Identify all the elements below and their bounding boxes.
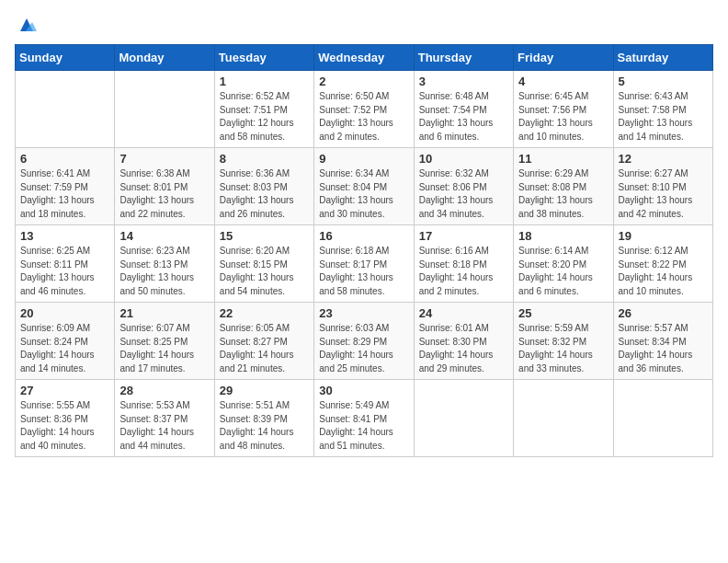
- calendar-cell: 18Sunrise: 6:14 AM Sunset: 8:20 PM Dayli…: [514, 225, 613, 303]
- day-number: 16: [319, 229, 408, 243]
- day-info: Sunrise: 6:50 AM Sunset: 7:52 PM Dayligh…: [319, 90, 408, 144]
- calendar-cell: 25Sunrise: 5:59 AM Sunset: 8:32 PM Dayli…: [514, 303, 613, 380]
- weekday-tuesday: Tuesday: [214, 45, 313, 71]
- day-info: Sunrise: 6:36 AM Sunset: 8:03 PM Dayligh…: [220, 167, 309, 221]
- day-info: Sunrise: 6:41 AM Sunset: 7:59 PM Dayligh…: [20, 167, 109, 221]
- day-info: Sunrise: 5:49 AM Sunset: 8:41 PM Dayligh…: [319, 399, 408, 453]
- day-number: 13: [20, 229, 109, 243]
- day-number: 15: [220, 229, 309, 243]
- logo: [15, 15, 37, 35]
- day-info: Sunrise: 6:18 AM Sunset: 8:17 PM Dayligh…: [319, 245, 408, 298]
- day-number: 3: [419, 75, 508, 88]
- day-info: Sunrise: 6:20 AM Sunset: 8:15 PM Dayligh…: [220, 245, 309, 298]
- day-info: Sunrise: 6:14 AM Sunset: 8:20 PM Dayligh…: [518, 245, 608, 298]
- week-row-1: 6Sunrise: 6:41 AM Sunset: 7:59 PM Daylig…: [16, 148, 713, 225]
- day-number: 19: [619, 229, 708, 243]
- day-info: Sunrise: 6:25 AM Sunset: 8:11 PM Dayligh…: [20, 245, 109, 298]
- weekday-sunday: Sunday: [16, 45, 115, 71]
- week-row-3: 20Sunrise: 6:09 AM Sunset: 8:24 PM Dayli…: [16, 303, 713, 380]
- calendar-cell: 22Sunrise: 6:05 AM Sunset: 8:27 PM Dayli…: [214, 303, 313, 380]
- calendar-cell: 14Sunrise: 6:23 AM Sunset: 8:13 PM Dayli…: [115, 225, 214, 303]
- calendar-cell: 29Sunrise: 5:51 AM Sunset: 8:39 PM Dayli…: [214, 380, 313, 457]
- day-number: 23: [319, 306, 408, 320]
- day-info: Sunrise: 5:51 AM Sunset: 8:39 PM Dayligh…: [220, 399, 309, 453]
- day-number: 6: [20, 152, 109, 166]
- day-info: Sunrise: 5:57 AM Sunset: 8:34 PM Dayligh…: [619, 322, 708, 375]
- day-info: Sunrise: 6:27 AM Sunset: 8:10 PM Dayligh…: [619, 167, 708, 221]
- calendar-cell: 20Sunrise: 6:09 AM Sunset: 8:24 PM Dayli…: [16, 303, 115, 380]
- day-number: 10: [419, 152, 508, 166]
- day-info: Sunrise: 6:48 AM Sunset: 7:54 PM Dayligh…: [419, 90, 508, 144]
- day-info: Sunrise: 6:45 AM Sunset: 7:56 PM Dayligh…: [518, 90, 608, 144]
- calendar-cell: 13Sunrise: 6:25 AM Sunset: 8:11 PM Dayli…: [16, 225, 115, 303]
- calendar-cell: 27Sunrise: 5:55 AM Sunset: 8:36 PM Dayli…: [16, 380, 115, 457]
- calendar-cell: 19Sunrise: 6:12 AM Sunset: 8:22 PM Dayli…: [613, 225, 712, 303]
- weekday-friday: Friday: [514, 45, 613, 71]
- day-number: 11: [518, 152, 608, 166]
- day-number: 20: [20, 306, 109, 320]
- day-info: Sunrise: 6:52 AM Sunset: 7:51 PM Dayligh…: [220, 90, 309, 144]
- day-info: Sunrise: 6:34 AM Sunset: 8:04 PM Dayligh…: [319, 167, 408, 221]
- day-number: 9: [319, 152, 408, 166]
- day-info: Sunrise: 6:07 AM Sunset: 8:25 PM Dayligh…: [119, 322, 209, 375]
- calendar-cell: [613, 380, 712, 457]
- calendar-cell: [115, 71, 214, 148]
- weekday-wednesday: Wednesday: [314, 45, 414, 71]
- day-number: 28: [119, 384, 209, 397]
- week-row-0: 1Sunrise: 6:52 AM Sunset: 7:51 PM Daylig…: [16, 71, 713, 148]
- weekday-header-row: SundayMondayTuesdayWednesdayThursdayFrid…: [16, 45, 713, 71]
- calendar-cell: 9Sunrise: 6:34 AM Sunset: 8:04 PM Daylig…: [314, 148, 414, 225]
- calendar-cell: 26Sunrise: 5:57 AM Sunset: 8:34 PM Dayli…: [613, 303, 712, 380]
- day-number: 24: [419, 306, 508, 320]
- calendar-cell: 23Sunrise: 6:03 AM Sunset: 8:29 PM Dayli…: [314, 303, 414, 380]
- weekday-saturday: Saturday: [613, 45, 712, 71]
- day-number: 2: [319, 75, 408, 88]
- calendar-cell: 7Sunrise: 6:38 AM Sunset: 8:01 PM Daylig…: [115, 148, 214, 225]
- week-row-2: 13Sunrise: 6:25 AM Sunset: 8:11 PM Dayli…: [16, 225, 713, 303]
- day-number: 22: [220, 306, 309, 320]
- calendar-cell: 17Sunrise: 6:16 AM Sunset: 8:18 PM Dayli…: [414, 225, 513, 303]
- calendar-cell: 11Sunrise: 6:29 AM Sunset: 8:08 PM Dayli…: [514, 148, 613, 225]
- calendar-cell: 4Sunrise: 6:45 AM Sunset: 7:56 PM Daylig…: [514, 71, 613, 148]
- day-number: 12: [619, 152, 708, 166]
- day-number: 8: [220, 152, 309, 166]
- calendar-cell: 12Sunrise: 6:27 AM Sunset: 8:10 PM Dayli…: [613, 148, 712, 225]
- calendar-cell: 21Sunrise: 6:07 AM Sunset: 8:25 PM Dayli…: [115, 303, 214, 380]
- day-info: Sunrise: 6:09 AM Sunset: 8:24 PM Dayligh…: [20, 322, 109, 375]
- day-number: 29: [220, 384, 309, 397]
- day-number: 21: [119, 306, 209, 320]
- calendar-cell: 28Sunrise: 5:53 AM Sunset: 8:37 PM Dayli…: [115, 380, 214, 457]
- calendar-cell: 15Sunrise: 6:20 AM Sunset: 8:15 PM Dayli…: [214, 225, 313, 303]
- day-info: Sunrise: 6:29 AM Sunset: 8:08 PM Dayligh…: [518, 167, 608, 221]
- day-info: Sunrise: 5:53 AM Sunset: 8:37 PM Dayligh…: [119, 399, 209, 453]
- day-info: Sunrise: 5:59 AM Sunset: 8:32 PM Dayligh…: [518, 322, 608, 375]
- calendar-cell: 30Sunrise: 5:49 AM Sunset: 8:41 PM Dayli…: [314, 380, 414, 457]
- calendar-cell: 6Sunrise: 6:41 AM Sunset: 7:59 PM Daylig…: [16, 148, 115, 225]
- day-info: Sunrise: 6:43 AM Sunset: 7:58 PM Dayligh…: [619, 90, 708, 144]
- calendar-cell: [414, 380, 513, 457]
- day-info: Sunrise: 6:32 AM Sunset: 8:06 PM Dayligh…: [419, 167, 508, 221]
- weekday-thursday: Thursday: [414, 45, 513, 71]
- day-info: Sunrise: 5:55 AM Sunset: 8:36 PM Dayligh…: [20, 399, 109, 453]
- day-info: Sunrise: 6:23 AM Sunset: 8:13 PM Dayligh…: [119, 245, 209, 298]
- day-info: Sunrise: 6:16 AM Sunset: 8:18 PM Dayligh…: [419, 245, 508, 298]
- calendar-cell: 1Sunrise: 6:52 AM Sunset: 7:51 PM Daylig…: [214, 71, 313, 148]
- calendar-table: SundayMondayTuesdayWednesdayThursdayFrid…: [15, 44, 713, 457]
- header: [15, 15, 713, 35]
- day-number: 27: [20, 384, 109, 397]
- day-number: 5: [619, 75, 708, 88]
- calendar-cell: [514, 380, 613, 457]
- day-info: Sunrise: 6:05 AM Sunset: 8:27 PM Dayligh…: [220, 322, 309, 375]
- logo-icon: [17, 15, 37, 35]
- calendar-cell: [16, 71, 115, 148]
- day-number: 4: [518, 75, 608, 88]
- day-number: 26: [619, 306, 708, 320]
- calendar-cell: 16Sunrise: 6:18 AM Sunset: 8:17 PM Dayli…: [314, 225, 414, 303]
- day-number: 7: [119, 152, 209, 166]
- calendar-cell: 2Sunrise: 6:50 AM Sunset: 7:52 PM Daylig…: [314, 71, 414, 148]
- calendar-cell: 5Sunrise: 6:43 AM Sunset: 7:58 PM Daylig…: [613, 71, 712, 148]
- day-number: 18: [518, 229, 608, 243]
- day-info: Sunrise: 6:03 AM Sunset: 8:29 PM Dayligh…: [319, 322, 408, 375]
- day-number: 14: [119, 229, 209, 243]
- calendar-cell: 24Sunrise: 6:01 AM Sunset: 8:30 PM Dayli…: [414, 303, 513, 380]
